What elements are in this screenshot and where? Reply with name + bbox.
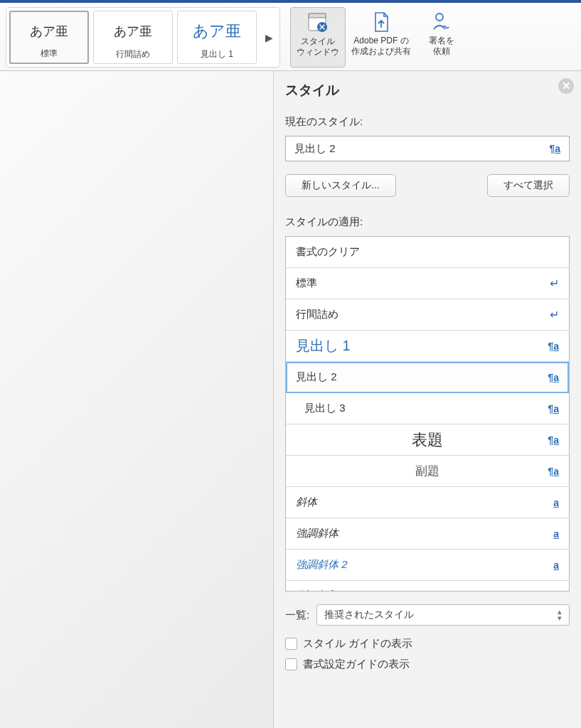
adobe-pdf-button[interactable]: Adobe PDF の 作成および共有 xyxy=(346,7,417,68)
ribbon-label: 署名を 依頼 xyxy=(429,36,454,57)
document-area[interactable] xyxy=(0,71,274,728)
ribbon-label: スタイル ウィンドウ xyxy=(297,36,339,58)
styles-pane: ✕ スタイル 現在のスタイル: 見出し 2 ¶a 新しいスタイル... すべて選… xyxy=(274,71,581,728)
select-all-button[interactable]: すべて選択 xyxy=(487,174,570,197)
ribbon-label: Adobe PDF の 作成および共有 xyxy=(351,36,411,57)
pdf-share-icon xyxy=(369,10,393,34)
style-list-item[interactable]: 行間詰め↵ xyxy=(286,299,569,331)
style-item-name: 強調斜体 2 xyxy=(296,558,348,572)
linked-style-icon: ¶a xyxy=(548,434,559,446)
style-caption: 行間詰め xyxy=(116,48,150,60)
checkbox[interactable] xyxy=(285,638,297,650)
style-list-item[interactable]: 強調斜体a xyxy=(286,518,569,550)
style-sample: あア亜 xyxy=(193,16,241,46)
style-guide-checkbox-row[interactable]: スタイル ガイドの表示 xyxy=(285,637,570,651)
apply-style-label: スタイルの適用: xyxy=(285,215,570,229)
svg-point-3 xyxy=(436,14,443,21)
main-area: ✕ スタイル 現在のスタイル: 見出し 2 ¶a 新しいスタイル... すべて選… xyxy=(0,71,581,728)
style-list-item[interactable]: 標準↵ xyxy=(286,268,569,299)
style-item-name: 見出し 1 xyxy=(296,336,351,355)
character-style-icon: a xyxy=(553,528,559,540)
style-list-item[interactable]: 強調太字a xyxy=(286,581,569,592)
style-list-item[interactable]: 見出し 3¶a xyxy=(286,393,569,424)
pane-title: スタイル xyxy=(285,81,570,100)
svg-rect-1 xyxy=(309,14,326,18)
list-filter-dropdown[interactable]: 推奨されたスタイル ▴▾ xyxy=(316,604,570,626)
dropdown-stepper-icon: ▴▾ xyxy=(558,609,562,621)
button-row: 新しいスタイル... すべて選択 xyxy=(285,174,570,197)
style-item-name: 書式のクリア xyxy=(296,245,360,259)
character-style-icon: a xyxy=(553,560,559,571)
style-item-name: 見出し 3 xyxy=(296,402,346,415)
style-list-item[interactable]: 強調斜体 2a xyxy=(286,550,569,581)
style-gallery-more[interactable]: ▶ xyxy=(261,11,277,64)
checkbox[interactable] xyxy=(285,658,297,670)
style-list-item[interactable]: 書式のクリア xyxy=(286,237,569,268)
linked-style-icon: ¶a xyxy=(548,466,559,477)
style-caption: 標準 xyxy=(41,48,58,60)
style-list-item[interactable]: 表題¶a xyxy=(286,424,569,456)
list-filter-label: 一覧: xyxy=(285,609,309,622)
style-gallery-item-nospacing[interactable]: あア亜 行間詰め xyxy=(93,11,173,64)
character-style-icon: a xyxy=(553,591,559,592)
linked-style-icon: ¶a xyxy=(548,341,559,352)
style-item-name: 強調太字 xyxy=(296,589,339,592)
paragraph-style-icon: ↵ xyxy=(550,277,559,290)
style-item-name: 副題 xyxy=(415,463,439,479)
style-item-name: 見出し 2 xyxy=(296,370,337,384)
checkbox-label: スタイル ガイドの表示 xyxy=(303,637,412,651)
style-item-name: 表題 xyxy=(412,429,443,451)
character-style-icon: a xyxy=(553,497,559,508)
style-gallery: あア亜 標準 あア亜 行間詰め あア亜 見出し 1 ▶ xyxy=(6,7,280,68)
request-signature-button[interactable]: 署名を 依頼 xyxy=(417,7,467,68)
close-icon: ✕ xyxy=(562,80,571,92)
style-item-name: 行間詰め xyxy=(296,308,339,321)
dropdown-value: 推奨されたスタイル xyxy=(324,609,414,621)
style-item-name: 標準 xyxy=(296,277,317,290)
styles-window-button[interactable]: スタイル ウィンドウ xyxy=(290,7,346,68)
styles-window-icon xyxy=(306,11,330,35)
style-sample: あア亜 xyxy=(30,16,68,46)
current-style-box[interactable]: 見出し 2 ¶a xyxy=(285,136,570,161)
format-guide-checkbox-row[interactable]: 書式設定ガイドの表示 xyxy=(285,658,570,671)
style-list[interactable]: 書式のクリア標準↵行間詰め↵見出し 1¶a見出し 2¶a見出し 3¶a表題¶a副… xyxy=(285,236,570,592)
current-style-label: 現在のスタイル: xyxy=(285,115,570,129)
linked-style-icon: ¶a xyxy=(548,372,559,383)
style-item-name: 斜体 xyxy=(296,496,317,509)
style-item-name: 強調斜体 xyxy=(296,527,339,540)
new-style-button[interactable]: 新しいスタイル... xyxy=(285,174,396,197)
style-gallery-item-standard[interactable]: あア亜 標準 xyxy=(9,11,89,64)
style-list-item[interactable]: 斜体a xyxy=(286,487,569,518)
linked-style-icon: ¶a xyxy=(549,143,560,154)
style-list-item[interactable]: 副題¶a xyxy=(286,456,569,487)
style-sample: あア亜 xyxy=(114,16,152,46)
ribbon: あア亜 標準 あア亜 行間詰め あア亜 見出し 1 ▶ xyxy=(0,0,581,71)
style-list-item[interactable]: 見出し 2¶a xyxy=(286,362,569,393)
signature-icon xyxy=(430,10,454,34)
list-filter-row: 一覧: 推奨されたスタイル ▴▾ xyxy=(285,604,570,626)
current-style-value: 見出し 2 xyxy=(294,142,336,156)
paragraph-style-icon: ↵ xyxy=(550,308,559,321)
style-gallery-item-heading1[interactable]: あア亜 見出し 1 xyxy=(177,11,257,64)
style-list-item[interactable]: 見出し 1¶a xyxy=(286,331,569,362)
linked-style-icon: ¶a xyxy=(548,403,559,414)
style-caption: 見出し 1 xyxy=(201,48,233,60)
close-pane-button[interactable]: ✕ xyxy=(558,78,574,94)
checkbox-label: 書式設定ガイドの表示 xyxy=(303,658,410,671)
